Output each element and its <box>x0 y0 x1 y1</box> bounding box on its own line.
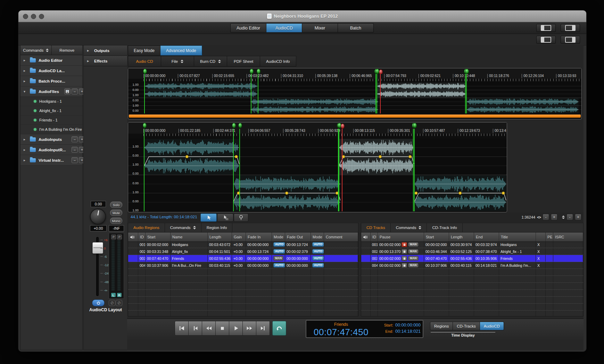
mode-badge[interactable]: AUTO <box>312 263 324 268</box>
tool-cursor23-button[interactable]: 23 <box>217 213 233 222</box>
mode-badge[interactable]: MAN <box>408 263 418 268</box>
layout-left-pane-button-2[interactable] <box>536 36 556 44</box>
layout-left-pane-button[interactable] <box>536 24 556 32</box>
waveform-lanes[interactable]: 1.000.001.000.001.000.00 <box>128 82 581 113</box>
main-tab-mixer[interactable]: Mixer <box>302 23 338 33</box>
mode-badge[interactable]: AUTO <box>312 242 324 247</box>
track-marker-line[interactable] <box>144 74 145 113</box>
sidebar-file-item[interactable]: Alright_fix - 1 <box>20 106 82 116</box>
outputs-section-header[interactable]: ▸ Outputs <box>84 45 127 56</box>
playhead-handle[interactable] <box>341 124 345 129</box>
power-button[interactable] <box>92 299 105 306</box>
effects-section-header[interactable]: ▸ Effects <box>84 56 127 66</box>
prev-track-button[interactable] <box>189 321 202 336</box>
sidebar-folder-0[interactable]: ▸Audio Editor <box>20 55 82 66</box>
cd-track-row[interactable]: 00200:00:13:370MAN00:03:46:34400:03:52:1… <box>361 248 583 255</box>
mode-badge[interactable]: MAN <box>408 249 418 254</box>
playhead-line[interactable] <box>342 129 342 211</box>
cd-track-info-tab[interactable]: CD-Track Info <box>427 223 462 232</box>
layout-right-pane-button-2[interactable] <box>561 36 580 44</box>
sidebar-file-item[interactable]: Friends - 1 <box>20 116 82 125</box>
play-button[interactable] <box>229 321 243 336</box>
mode-badge[interactable]: MAN <box>273 256 283 261</box>
sidebar-file-item[interactable]: Hooligans - 1 <box>20 97 82 106</box>
main-tab-batch[interactable]: Batch <box>338 23 374 33</box>
sidebar-folder-2[interactable]: ▸Batch Proce... <box>20 76 82 86</box>
display-tab-regions[interactable]: Regions <box>430 322 453 330</box>
track-marker-line[interactable] <box>233 129 234 211</box>
cd-track-row[interactable]: 00300:00:02:000MAN00:07:40:47000:02:55:4… <box>361 255 583 262</box>
minus-button[interactable]: – <box>72 136 78 142</box>
mono-button[interactable]: Mono <box>110 218 122 224</box>
track-marker-handle[interactable] <box>257 69 260 74</box>
playhead-line[interactable] <box>380 74 381 113</box>
track-marker-handle[interactable] <box>413 123 417 128</box>
region-row[interactable]: 00300:07:40:470Friends00:02:55:436+0.000… <box>128 255 358 262</box>
track-marker-handle[interactable] <box>465 69 469 74</box>
menu-tab-burn-cd[interactable]: Burn CD <box>194 56 227 67</box>
audio-regions-tab[interactable]: Audio Regions <box>128 223 165 232</box>
tool-marker-button[interactable] <box>234 213 248 222</box>
pan-right-box[interactable]: P <box>117 235 122 239</box>
track-marker-line[interactable] <box>375 74 376 113</box>
h-zoom-in-button[interactable]: + <box>551 214 557 220</box>
go-start-button[interactable] <box>175 321 189 336</box>
track-marker-handle[interactable] <box>250 69 254 74</box>
lock-icon-chip[interactable] <box>402 242 407 247</box>
track-marker-handle[interactable] <box>143 69 147 74</box>
minus-button[interactable]: – <box>72 157 78 163</box>
menu-tab-file[interactable]: File <box>161 56 194 67</box>
minimize-window-icon[interactable] <box>31 14 36 19</box>
commands-dropdown[interactable]: Commands <box>20 45 52 55</box>
fast-forward-button[interactable] <box>243 321 256 336</box>
unlock-icon-chip[interactable] <box>402 256 407 261</box>
rewind-button[interactable] <box>202 321 216 336</box>
h-zoom-out-button[interactable]: - <box>543 214 549 220</box>
main-tab-audio-editor[interactable]: Audio Editor <box>230 23 266 33</box>
menu-tab-audiocd-info[interactable]: AudioCD Info <box>260 56 296 67</box>
phase-left-button[interactable]: ∅ <box>109 300 115 306</box>
sidebar-folder-4[interactable]: ▸AudioInputs–+ <box>20 134 82 145</box>
track-marker-line[interactable] <box>258 74 258 113</box>
phase-right-button[interactable]: ∅ <box>116 300 122 306</box>
track-marker-line[interactable] <box>144 129 144 211</box>
track-marker-line[interactable] <box>465 74 466 113</box>
mute-button[interactable]: Mute <box>110 210 122 216</box>
mode-badge[interactable]: AUTO <box>273 242 285 247</box>
tracks-commands-dropdown[interactable]: Commands <box>391 223 427 232</box>
sidebar-folder-5[interactable]: ▸AudioInputR...–+ <box>20 145 82 155</box>
zoom-window-icon[interactable] <box>39 14 44 19</box>
sidebar-folder-3[interactable]: ▾AudioFIles–+ <box>20 86 82 97</box>
advanced-mode-tab[interactable]: Advanced Mode <box>160 45 202 56</box>
waveform-lanes[interactable]: 1.000.001.000.000.001.000.001.00 <box>128 138 507 211</box>
track-marker-line[interactable] <box>466 74 467 113</box>
track-marker-handle[interactable] <box>232 123 236 128</box>
region-row[interactable]: 00200:03:31:348Alright_fix00:04:11:501+0… <box>128 248 358 255</box>
close-window-icon[interactable] <box>23 14 28 19</box>
sidebar-file-item[interactable]: I'm A Building I'm On Fire <box>20 125 82 134</box>
save-button[interactable] <box>64 88 71 94</box>
display-tab-audiocd[interactable]: AudioCD <box>480 322 504 330</box>
mode-badge[interactable]: MAN <box>408 256 418 261</box>
mode-badge[interactable]: AUTO <box>273 249 285 254</box>
cd-track-row[interactable]: 00400:00:02:000MAN00:10:37:90600:03:40:1… <box>361 262 583 269</box>
mode-badge[interactable]: AUTO <box>312 256 324 261</box>
track-marker-handle[interactable] <box>143 123 147 128</box>
minus-button[interactable]: – <box>72 147 78 153</box>
cd-extent-bar[interactable] <box>129 115 581 118</box>
region-row[interactable]: 00400:10:37:906I'm A Bui...On Fire00:03:… <box>128 262 358 269</box>
track-marker-line[interactable] <box>377 74 377 113</box>
tool-select-button[interactable] <box>200 213 217 222</box>
v-zoom-in-button[interactable]: + <box>575 214 581 220</box>
track-marker-line[interactable] <box>251 74 251 113</box>
gain-knob[interactable] <box>90 209 106 225</box>
loop-button[interactable] <box>272 321 286 336</box>
layout-right-pane-button[interactable] <box>561 24 580 32</box>
sidebar-folder-6[interactable]: ▸Virtual Instr...–+ <box>20 155 82 166</box>
main-tab-audiocd[interactable]: AudioCD <box>266 23 302 33</box>
cd-edit-panel[interactable]: 00:00:00:00000:01:22:18500:02:44:37100:0… <box>128 122 507 212</box>
cd-tracks-tab[interactable]: CD Tracks <box>361 223 391 232</box>
mode-badge[interactable]: MAN <box>408 242 418 247</box>
remove-button[interactable]: Remove <box>52 45 83 55</box>
cd-track-row[interactable]: 00100:00:02:000MAN00:00:02:00000:03:30:9… <box>361 241 583 248</box>
